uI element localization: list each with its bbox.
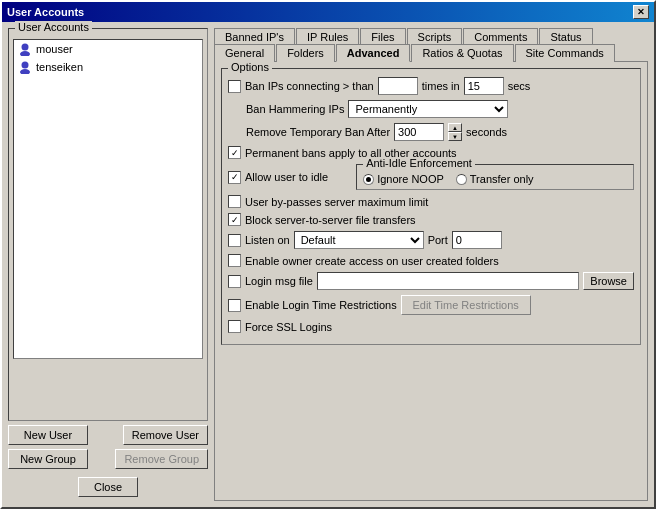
tab-folders[interactable]: Folders [276,44,335,62]
listen-on-label: Listen on [245,234,290,246]
remove-temp-ban-row: Remove Temporary Ban After ▲ ▼ seconds [228,123,634,141]
tab-comments[interactable]: Comments [463,28,538,45]
block-transfers-row: Block server-to-server file transfers [228,213,634,226]
window-title: User Accounts [7,6,84,18]
user-icon [18,60,32,74]
svg-point-2 [22,62,29,69]
spinner-down[interactable]: ▼ [448,132,462,141]
transfer-only-radio[interactable] [456,174,467,185]
remove-user-button[interactable]: Remove User [123,425,208,445]
force-ssl-label: Force SSL Logins [245,321,332,333]
browse-button[interactable]: Browse [583,272,634,290]
tabs-row-2: General Folders Advanced Ratios & Quotas… [214,44,648,62]
user-name: mouser [36,43,73,55]
listen-on-checkbox[interactable] [228,234,241,247]
tab-ratios-quotas[interactable]: Ratios & Quotas [411,44,513,62]
owner-create-label: Enable owner create access on user creat… [245,255,499,267]
svg-point-0 [22,44,29,51]
tabs-row-1: Banned IP's IP Rules Files Scripts Comme… [214,28,648,44]
tab-content: Options Ban IPs connecting > than times … [214,62,648,501]
anti-idle-label: Anti-Idle Enforcement [363,157,475,169]
block-transfers-checkbox[interactable] [228,213,241,226]
main-window: User Accounts ✕ User Accounts mouser [0,0,656,509]
title-bar: User Accounts ✕ [2,2,654,22]
edit-restrictions-button[interactable]: Edit Time Restrictions [401,295,531,315]
times-in-label: times in [422,80,460,92]
block-transfers-label: Block server-to-server file transfers [245,214,416,226]
user-list: mouser tenseiken [13,39,203,359]
user-bypass-label: User by-passes server maximum limit [245,196,428,208]
new-user-button[interactable]: New User [8,425,88,445]
allow-idle-checkbox[interactable] [228,171,241,184]
tab-advanced[interactable]: Advanced [336,44,411,62]
login-time-row: Enable Login Time Restrictions Edit Time… [228,295,634,315]
ban-ips-label: Ban IPs connecting > than [245,80,374,92]
group-label: User Accounts [15,21,92,33]
user-icon [18,42,32,56]
ban-ips-secs-input[interactable] [464,77,504,95]
tab-scripts[interactable]: Scripts [407,28,463,45]
list-item[interactable]: tenseiken [14,58,202,76]
options-group: Options Ban IPs connecting > than times … [221,68,641,345]
close-button[interactable]: ✕ [633,5,649,19]
group-buttons-row: New Group Remove Group [8,449,208,469]
tab-site-commands[interactable]: Site Commands [515,44,615,62]
list-item[interactable]: mouser [14,40,202,58]
force-ssl-row: Force SSL Logins [228,320,634,333]
user-accounts-group: User Accounts mouser [8,28,208,421]
login-time-label: Enable Login Time Restrictions [245,299,397,311]
user-bypass-checkbox[interactable] [228,195,241,208]
ban-ips-row: Ban IPs connecting > than times in secs [228,77,634,95]
user-name: tenseiken [36,61,83,73]
user-bypass-row: User by-passes server maximum limit [228,195,634,208]
new-group-button[interactable]: New Group [8,449,88,469]
temp-ban-spinner[interactable]: ▲ ▼ [448,123,462,141]
allow-idle-row: Allow user to idle Anti-Idle Enforcement… [228,164,634,190]
ban-ips-times-input[interactable] [378,77,418,95]
listen-on-row: Listen on Default Port [228,231,634,249]
owner-create-checkbox[interactable] [228,254,241,267]
right-panel: Banned IP's IP Rules Files Scripts Comme… [214,28,648,501]
ban-hammering-label: Ban Hammering IPs [246,103,344,115]
remove-temp-ban-input[interactable] [394,123,444,141]
tab-general[interactable]: General [214,44,275,62]
seconds-label: seconds [466,126,507,138]
listen-on-select[interactable]: Default [294,231,424,249]
svg-point-1 [20,51,30,56]
secs-label: secs [508,80,531,92]
ban-hammering-select[interactable]: Permanently For 1 hour For 1 day [348,100,508,118]
tab-ip-rules[interactable]: IP Rules [296,28,359,45]
options-label: Options [228,62,272,73]
user-buttons-row: New User Remove User [8,425,208,445]
remove-temp-ban-label: Remove Temporary Ban After [246,126,390,138]
port-input[interactable] [452,231,502,249]
port-label: Port [428,234,448,246]
anti-idle-box: Anti-Idle Enforcement Ignore NOOP Transf… [356,164,634,190]
login-msg-input[interactable] [317,272,579,290]
remove-group-button[interactable]: Remove Group [115,449,208,469]
permanent-bans-checkbox[interactable] [228,146,241,159]
force-ssl-checkbox[interactable] [228,320,241,333]
login-msg-label: Login msg file [245,275,313,287]
ignore-noop-label: Ignore NOOP [377,173,444,185]
ignore-noop-radio[interactable] [363,174,374,185]
ban-hammering-row: Ban Hammering IPs Permanently For 1 hour… [228,100,634,118]
allow-idle-label: Allow user to idle [245,171,328,183]
tab-banned-ips[interactable]: Banned IP's [214,28,295,45]
tab-files[interactable]: Files [360,28,405,45]
owner-create-row: Enable owner create access on user creat… [228,254,634,267]
close-btn-row: Close [8,473,208,501]
spinner-up[interactable]: ▲ [448,123,462,132]
transfer-only-label: Transfer only [470,173,534,185]
login-time-checkbox[interactable] [228,299,241,312]
tab-status[interactable]: Status [539,28,592,45]
left-panel: User Accounts mouser [8,28,208,501]
close-dialog-button[interactable]: Close [78,477,138,497]
login-msg-checkbox[interactable] [228,275,241,288]
ban-ips-checkbox[interactable] [228,80,241,93]
svg-point-3 [20,69,30,74]
login-msg-row: Login msg file Browse [228,272,634,290]
